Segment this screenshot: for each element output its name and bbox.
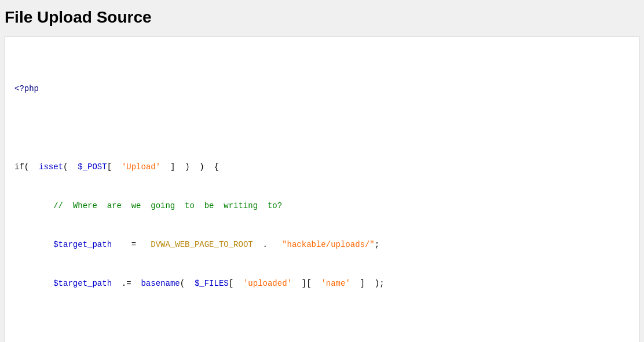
page-title: File Upload Source: [0, 0, 644, 34]
line-comment-where: // Where are we going to be writing to?: [14, 199, 630, 212]
line-target-assign: $target_path = DVWA_WEB_PAGE_TO_ROOT . "…: [14, 238, 630, 251]
code-container: <?php if( isset( $_POST[ 'Upload' ] ) ) …: [5, 36, 639, 342]
line-blank-1: [14, 121, 630, 134]
line-blank-2: [14, 316, 630, 329]
code-block: <?php if( isset( $_POST[ 'Upload' ] ) ) …: [14, 43, 630, 342]
line-target-concat: $target_path .= basename( $_FILES[ 'uplo…: [14, 277, 630, 290]
page-container: File Upload Source <?php if( isset( $_PO…: [0, 0, 644, 342]
line-php-open: <?php: [14, 82, 630, 95]
line-if-isset: if( isset( $_POST[ 'Upload' ] ) ) {: [14, 161, 630, 173]
